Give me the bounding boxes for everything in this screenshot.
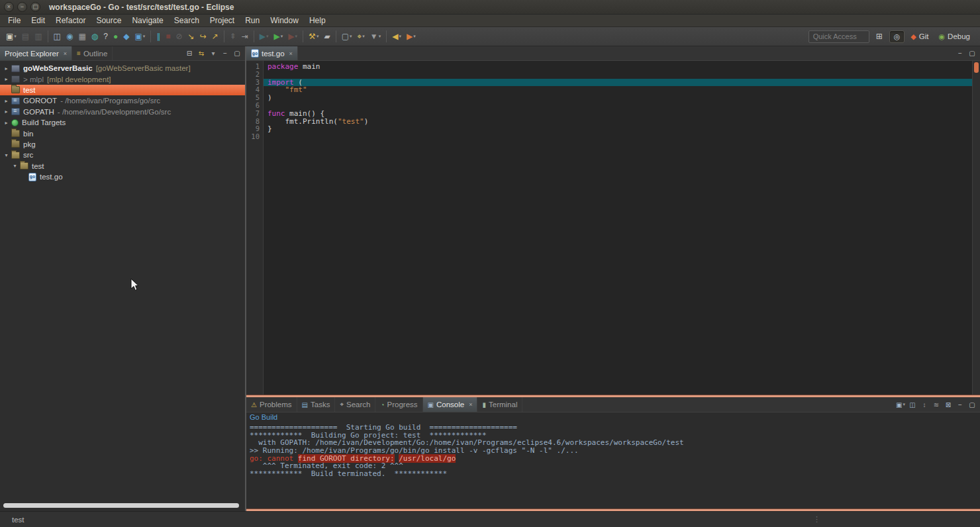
code-line[interactable]: } [264,125,972,133]
step-over-icon[interactable]: ↪ [198,29,209,44]
scroll-lock-icon[interactable]: ↕ [918,399,930,410]
tree-item-build-targets[interactable]: ▸Build Targets [0,117,245,128]
close-editor-tab-icon[interactable]: × [289,50,293,57]
tree-item-bin[interactable]: bin [0,128,245,138]
open-perspective-icon[interactable]: ⊞ [874,29,885,44]
code-line[interactable]: "fmt" [264,86,972,94]
go-console-icon[interactable]: ▣▾ [132,29,147,44]
show-whitespace-icon[interactable]: ▦ [76,29,87,44]
maximize-window-button[interactable]: ▢ [30,2,40,12]
menu-window[interactable]: Window [265,15,304,27]
menu-search[interactable]: Search [169,15,205,27]
menu-project[interactable]: Project [205,15,240,27]
close-window-button[interactable]: × [4,2,14,12]
search-icon[interactable]: ⌖▾ [355,29,366,44]
editor-tab-testgo[interactable]: go test.go × [246,46,298,60]
run-icon[interactable]: ▶▾ [272,29,285,44]
console-tab-terminal[interactable]: ▮Terminal [477,397,522,412]
editor-area-toolbar: −▢ [954,46,980,60]
vscrollbar-thumb[interactable] [974,62,979,73]
tree-item-mlpl[interactable]: ▸> mlpl[mlpl development] [0,73,245,84]
word-wrap-icon[interactable]: ≋ [930,399,942,410]
help-contents-icon[interactable]: ? [101,29,110,44]
tree-item-goroot[interactable]: ▸GOROOT- /home/ivan/Programs/go/src [0,95,245,106]
build-clean-icon[interactable]: ▰ [322,29,332,44]
code-line[interactable]: ) [264,94,972,102]
perspective-git[interactable]: ◆Git [906,31,932,42]
menu-help[interactable]: Help [304,15,331,27]
code-area[interactable]: package main import ( "fmt") func main()… [264,61,972,395]
code-line[interactable] [264,71,972,79]
console-tab-search[interactable]: ⌖Search [335,397,375,412]
back-icon[interactable]: ◀▾ [390,29,403,44]
coverage-icon[interactable]: ◍ [89,29,100,44]
expand-arrow-icon[interactable]: ▸ [3,76,10,82]
close-tab-icon[interactable]: × [64,50,67,57]
menu-navigate[interactable]: Navigate [126,15,168,27]
forward-icon[interactable]: ▶▾ [405,29,418,44]
menu-edit[interactable]: Edit [26,15,50,27]
code-line[interactable]: fmt.Println("test") [264,118,972,126]
explorer-tab-outline[interactable]: ≡Outline [72,46,113,60]
console-tab-tasks[interactable]: ▤Tasks [297,397,336,412]
tree-item-gowebserverbasic[interactable]: ▸goWebServerBasic[goWebServerBasic maste… [0,63,245,73]
use-step-filters-icon[interactable]: ⇥ [240,29,250,44]
code-line[interactable] [264,102,972,110]
run-last-icon[interactable]: ● [111,29,120,44]
close-tab-icon[interactable]: × [469,401,472,408]
annotations-icon[interactable]: ▼▾ [368,29,383,44]
step-return-icon[interactable]: ↗ [210,29,220,44]
menu-refactor[interactable]: Refactor [50,15,91,27]
code-line[interactable]: import ( [264,79,972,87]
maximize-icon[interactable]: ▢ [231,48,243,59]
tree-item-test-go[interactable]: gotest.go [0,171,245,182]
new-wizard-icon[interactable]: ▢▾ [340,29,354,44]
menu-source[interactable]: Source [91,15,126,27]
clear-console-icon[interactable]: ⊠ [942,399,954,410]
quick-access-input[interactable] [808,30,869,43]
minimize-window-button[interactable]: − [17,2,27,12]
expand-arrow-icon[interactable]: ▸ [3,66,10,72]
code-line[interactable]: func main() { [264,110,972,118]
perspective-go[interactable]: ◎ [889,30,905,43]
maximize-icon[interactable]: ▢ [966,48,978,59]
skip-all-breakpoints-icon[interactable]: ◉ [64,29,75,44]
tree-item-test[interactable]: ▾test [0,161,245,171]
console-output[interactable]: ==================== Starting Go build =… [246,422,980,508]
minimize-icon[interactable]: − [954,399,966,410]
external-tools-icon[interactable]: ⚒▾ [307,29,320,44]
suspend-icon[interactable]: ∥ [154,29,162,44]
explorer-tab-project-explorer[interactable]: Project Explorer× [0,46,72,60]
new-go-file-icon[interactable]: ◆ [121,29,131,44]
minimize-icon[interactable]: − [954,48,966,59]
open-console-icon[interactable]: ▣▾ [895,399,906,410]
code-line[interactable] [264,133,972,141]
display-selected-console-icon[interactable]: ◫ [906,399,918,410]
expand-arrow-icon[interactable]: ▸ [3,98,10,104]
open-console-view-icon[interactable]: ◫ [52,29,63,44]
collapse-all-icon[interactable]: ⊟ [183,48,195,59]
minimize-icon[interactable]: − [219,48,231,59]
console-tab-problems[interactable]: ⚠Problems [246,397,297,412]
menu-file[interactable]: File [3,15,26,27]
perspective-debug[interactable]: ◉Debug [935,31,975,42]
step-into-icon[interactable]: ↘ [186,29,197,44]
new-icon[interactable]: ▣▾ [4,29,19,44]
expand-arrow-icon[interactable]: ▾ [3,152,10,158]
explorer-hscrollbar[interactable] [3,503,239,508]
link-with-editor-icon[interactable]: ⇆ [195,48,207,59]
console-tab-progress[interactable]: ◔Progress [375,397,422,412]
menu-run[interactable]: Run [240,15,265,27]
expand-arrow-icon[interactable]: ▸ [3,120,10,126]
tree-item-pkg[interactable]: pkg [0,139,245,150]
maximize-icon[interactable]: ▢ [966,399,978,410]
expand-arrow-icon[interactable]: ▾ [11,163,19,169]
tree-item-src[interactable]: ▾src [0,150,245,160]
expand-arrow-icon[interactable]: ▸ [3,109,10,115]
view-menu-icon[interactable]: ▾ [207,48,219,59]
console-tab-console[interactable]: ▣Console× [423,397,478,412]
editor-vscrollbar[interactable] [972,61,980,395]
tree-item-gopath[interactable]: ▸GOPATH- /home/ivan/Development/Go/src [0,107,245,117]
tree-item-test[interactable]: test [0,85,245,95]
code-line[interactable]: package main [264,63,972,71]
